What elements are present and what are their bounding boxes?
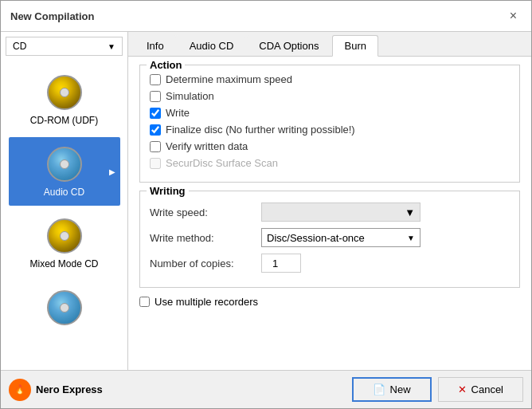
bottom-buttons: 📄 New ✕ Cancel [352, 377, 523, 402]
cancel-button-label: Cancel [471, 383, 503, 395]
sidebar-item-extra[interactable] [9, 281, 120, 338]
tab-info[interactable]: Info [135, 35, 176, 56]
verify-written-data-label: Verify written data [166, 140, 248, 152]
write-speed-chevron-icon: ▼ [405, 206, 415, 218]
write-speed-select[interactable]: ▼ [261, 203, 421, 222]
mixedmode-label: Mixed Mode CD [29, 258, 98, 269]
determine-max-speed-row: Determine maximum speed [150, 73, 510, 85]
main-panel: Info Audio CD CDA Options Burn Action [128, 32, 531, 370]
mixedmode-disc-icon [47, 218, 82, 254]
finalize-disc-checkbox[interactable] [150, 124, 161, 136]
securedisc-label: SecurDisc Surface Scan [166, 157, 278, 169]
verify-written-data-checkbox[interactable] [150, 141, 161, 152]
cancel-button[interactable]: ✕ Cancel [438, 377, 523, 402]
simulation-row: Simulation [150, 90, 510, 102]
cdrom-label: CD-ROM (UDF) [30, 115, 98, 126]
cdrom-icon [45, 73, 84, 112]
cancel-button-icon: ✕ [458, 383, 467, 395]
write-method-select[interactable]: Disc/Session-at-once ▼ [261, 228, 421, 247]
finalize-disc-row: Finalize disc (No further writing possib… [150, 124, 510, 136]
writing-label: Writing [147, 185, 189, 197]
close-button[interactable]: × [505, 7, 522, 25]
verify-written-data-row: Verify written data [150, 140, 510, 152]
copies-row: Number of copies: [150, 254, 510, 273]
tab-audiocd[interactable]: Audio CD [178, 35, 246, 56]
use-multiple-recorders-checkbox[interactable] [139, 297, 150, 307]
sidebar-item-cdrom[interactable]: CD-ROM (UDF) [9, 65, 120, 134]
tabs: Info Audio CD CDA Options Burn [128, 32, 531, 57]
tab-burn[interactable]: Burn [332, 35, 377, 57]
nero-logo-icon: 🔥 [9, 379, 31, 401]
determine-max-speed-label: Determine maximum speed [166, 73, 292, 85]
action-label: Action [147, 59, 185, 71]
sidebar-dropdown-label: CD [13, 41, 26, 52]
sidebar-dropdown[interactable]: CD ▼ [6, 37, 123, 56]
content-area: CD ▼ CD-ROM (UDF) Audio CD [1, 32, 531, 370]
extra-icon [45, 289, 84, 327]
cdrom-disc-icon [47, 75, 82, 110]
write-method-value: Disc/Session-at-once [267, 232, 365, 244]
extra-disc-icon [47, 290, 82, 325]
sidebar-scroll: CD-ROM (UDF) Audio CD Mixed Mode CD [1, 61, 127, 370]
finalize-disc-label: Finalize disc (No further writing possib… [166, 124, 355, 136]
write-speed-label: Write speed: [150, 206, 261, 218]
use-multiple-recorders-row: Use multiple recorders [139, 296, 520, 308]
sidebar: CD ▼ CD-ROM (UDF) Audio CD [1, 32, 128, 370]
simulation-checkbox[interactable] [150, 91, 161, 102]
tab-burn-content: Action Determine maximum speed Simulatio… [128, 57, 531, 370]
new-button[interactable]: 📄 New [352, 377, 432, 402]
simulation-label: Simulation [166, 90, 214, 102]
nero-brand: 🔥 Nero Express [9, 379, 103, 401]
sidebar-item-audiocd[interactable]: Audio CD [9, 137, 120, 206]
use-multiple-recorders-label: Use multiple recorders [155, 296, 258, 308]
mixedmode-icon [45, 217, 84, 255]
write-speed-row: Write speed: ▼ [150, 203, 510, 222]
copies-input[interactable] [261, 254, 301, 273]
write-method-label: Write method: [150, 232, 261, 244]
write-method-row: Write method: Disc/Session-at-once ▼ [150, 228, 510, 247]
title-bar: New Compilation × [1, 1, 531, 32]
window-title: New Compilation [10, 10, 94, 22]
bottom-bar: 🔥 Nero Express 📄 New ✕ Cancel [1, 370, 531, 408]
window: New Compilation × CD ▼ CD-ROM (UDF) [0, 0, 532, 409]
nero-logo-flame: 🔥 [14, 384, 25, 395]
new-button-label: New [390, 383, 411, 395]
nero-brand-label: Nero Express [36, 383, 103, 395]
tab-cdaoptions[interactable]: CDA Options [247, 35, 331, 56]
securedisc-checkbox[interactable] [150, 158, 161, 169]
write-method-chevron-icon: ▼ [407, 234, 415, 242]
action-section: Action Determine maximum speed Simulatio… [139, 65, 520, 183]
write-row: Write [150, 107, 510, 119]
writing-section: Writing Write speed: ▼ Write method: Dis… [139, 191, 520, 288]
audiocd-disc-icon [47, 147, 82, 182]
audiocd-icon [45, 145, 84, 183]
dropdown-chevron-icon: ▼ [108, 42, 115, 51]
determine-max-speed-checkbox[interactable] [150, 74, 161, 85]
write-checkbox[interactable] [150, 108, 161, 119]
write-label: Write [166, 107, 190, 119]
sidebar-item-mixedmode[interactable]: Mixed Mode CD [9, 209, 120, 277]
new-button-icon: 📄 [373, 383, 385, 395]
copies-label: Number of copies: [150, 258, 261, 269]
securedisc-row: SecurDisc Surface Scan [150, 157, 510, 169]
audiocd-label: Audio CD [44, 187, 84, 198]
